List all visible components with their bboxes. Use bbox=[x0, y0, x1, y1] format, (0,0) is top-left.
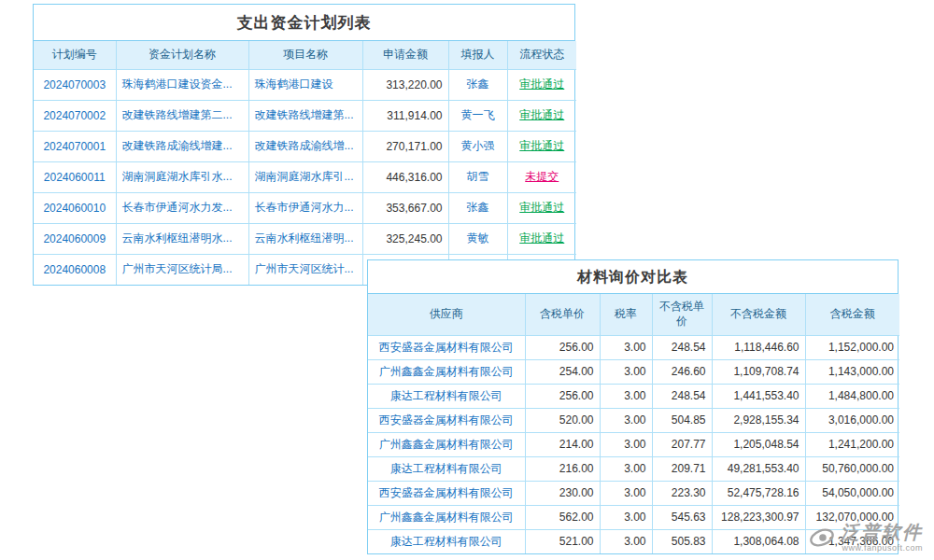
material-inquiry-table-title: 材料询价对比表 bbox=[368, 260, 898, 294]
supplier-cell[interactable]: 康达工程材料有限公司 bbox=[368, 456, 525, 481]
untaxed-unit-price-cell: 223.30 bbox=[652, 481, 712, 505]
supplier-cell[interactable]: 西安盛器金属材料有限公司 bbox=[368, 408, 525, 432]
workflow-status-cell[interactable]: 审批通过 bbox=[507, 100, 576, 131]
column-header: 计划编号 bbox=[34, 41, 116, 69]
supplier-cell[interactable]: 西安盛器金属材料有限公司 bbox=[368, 481, 525, 505]
table-row: 西安盛器金属材料有限公司520.003.00504.852,928,155.34… bbox=[368, 408, 899, 432]
plan-id-cell[interactable]: 2024060008 bbox=[34, 254, 116, 285]
untaxed-unit-price-cell: 246.60 bbox=[652, 359, 712, 384]
fund-plan-name-cell[interactable]: 改建铁路线增建第二... bbox=[116, 100, 248, 131]
watermark-brand: 泛普软件 bbox=[841, 522, 923, 542]
untaxed-amount-cell: 49,281,553.40 bbox=[712, 456, 805, 481]
taxed-unit-price-cell: 214.00 bbox=[525, 432, 600, 456]
reporter-cell[interactable]: 张鑫 bbox=[448, 69, 507, 100]
reporter-cell[interactable]: 黄敏 bbox=[448, 223, 507, 254]
supplier-cell[interactable]: 康达工程材料有限公司 bbox=[368, 384, 525, 408]
workflow-status-cell[interactable]: 审批通过 bbox=[507, 131, 576, 161]
taxed-unit-price-cell: 521.00 bbox=[525, 529, 600, 553]
project-name-cell[interactable]: 广州市天河区统计... bbox=[248, 254, 362, 285]
taxed-amount-cell: 54,050,000.00 bbox=[805, 481, 899, 505]
table-row: 西安盛器金属材料有限公司256.003.00248.541,118,446.60… bbox=[368, 335, 899, 359]
table-row: 康达工程材料有限公司256.003.00248.541,441,553.401,… bbox=[368, 384, 899, 408]
watermark-url: www.fanpusoft.com bbox=[842, 543, 923, 553]
table-row: 广州鑫鑫金属材料有限公司214.003.00207.771,205,048.54… bbox=[368, 432, 899, 456]
supplier-cell[interactable]: 广州鑫鑫金属材料有限公司 bbox=[368, 432, 525, 456]
taxed-unit-price-cell: 520.00 bbox=[525, 408, 600, 432]
project-name-cell[interactable]: 改建铁路成渝线增... bbox=[248, 131, 362, 161]
untaxed-amount-cell: 1,308,064.08 bbox=[712, 529, 805, 553]
reporter-cell[interactable]: 张鑫 bbox=[448, 192, 507, 223]
taxed-unit-price-cell: 254.00 bbox=[525, 359, 600, 384]
column-header: 申请金额 bbox=[362, 41, 448, 69]
tax-rate-cell: 3.00 bbox=[600, 359, 652, 384]
plan-id-cell[interactable]: 2024070002 bbox=[34, 100, 116, 131]
column-header: 填报人 bbox=[448, 41, 507, 69]
reporter-cell[interactable]: 黄小强 bbox=[448, 131, 507, 161]
material-inquiry-table: 供应商含税单价税率不含税单价不含税金额含税金额 西安盛器金属材料有限公司256.… bbox=[368, 294, 899, 553]
tax-rate-cell: 3.00 bbox=[600, 432, 652, 456]
table-row: 2024070001改建铁路成渝线增建...改建铁路成渝线增...270,171… bbox=[34, 131, 576, 161]
fund-plan-name-cell[interactable]: 改建铁路成渝线增建... bbox=[116, 131, 248, 161]
supplier-cell[interactable]: 西安盛器金属材料有限公司 bbox=[368, 335, 525, 359]
tax-rate-cell: 3.00 bbox=[600, 384, 652, 408]
project-name-cell[interactable]: 云南水利枢纽潜明... bbox=[248, 223, 362, 254]
tax-rate-cell: 3.00 bbox=[600, 335, 652, 359]
request-amount-cell: 313,220.00 bbox=[362, 69, 448, 100]
fund-plan-name-cell[interactable]: 长春市伊通河水力发... bbox=[116, 192, 248, 223]
page-canvas: 支出资金计划列表 计划编号资金计划名称项目名称申请金额填报人流程状态 20240… bbox=[0, 0, 934, 560]
untaxed-unit-price-cell: 248.54 bbox=[652, 384, 712, 408]
table-row: 西安盛器金属材料有限公司230.003.00223.3052,475,728.1… bbox=[368, 481, 899, 505]
request-amount-cell: 270,171.00 bbox=[362, 131, 448, 161]
fund-plan-name-cell[interactable]: 珠海鹤港口建设资金... bbox=[116, 69, 248, 100]
tax-rate-cell: 3.00 bbox=[600, 408, 652, 432]
workflow-status-cell[interactable]: 审批通过 bbox=[507, 223, 576, 254]
untaxed-unit-price-cell: 504.85 bbox=[652, 408, 712, 432]
supplier-cell[interactable]: 广州鑫鑫金属材料有限公司 bbox=[368, 505, 525, 529]
taxed-unit-price-cell: 256.00 bbox=[525, 335, 600, 359]
fund-plan-name-cell[interactable]: 云南水利枢纽潜明水... bbox=[116, 223, 248, 254]
taxed-amount-cell: 1,143,000.00 bbox=[805, 359, 899, 384]
untaxed-unit-price-cell: 248.54 bbox=[652, 335, 712, 359]
plan-id-cell[interactable]: 2024060011 bbox=[34, 161, 116, 192]
table-row: 广州鑫鑫金属材料有限公司254.003.00246.601,109,708.74… bbox=[368, 359, 899, 384]
fund-plan-header-row: 计划编号资金计划名称项目名称申请金额填报人流程状态 bbox=[34, 41, 576, 69]
project-name-cell[interactable]: 长春市伊通河水力... bbox=[248, 192, 362, 223]
reporter-cell[interactable]: 黄一飞 bbox=[448, 100, 507, 131]
taxed-amount-cell: 1,484,800.00 bbox=[805, 384, 899, 408]
workflow-status-cell[interactable]: 审批通过 bbox=[507, 192, 576, 223]
plan-id-cell[interactable]: 2024070003 bbox=[34, 69, 116, 100]
fund-plan-name-cell[interactable]: 广州市天河区统计局... bbox=[116, 254, 248, 285]
taxed-unit-price-cell: 216.00 bbox=[525, 456, 600, 481]
tax-rate-cell: 3.00 bbox=[600, 481, 652, 505]
column-header: 流程状态 bbox=[507, 41, 576, 69]
reporter-cell[interactable]: 胡雪 bbox=[448, 161, 507, 192]
column-header: 含税单价 bbox=[525, 294, 600, 335]
plan-id-cell[interactable]: 2024070001 bbox=[34, 131, 116, 161]
project-name-cell[interactable]: 湖南洞庭湖水库引... bbox=[248, 161, 362, 192]
untaxed-unit-price-cell: 545.63 bbox=[652, 505, 712, 529]
material-inquiry-table-panel: 材料询价对比表 供应商含税单价税率不含税单价不含税金额含税金额 西安盛器金属材料… bbox=[367, 259, 899, 554]
column-header: 不含税单价 bbox=[652, 294, 712, 335]
untaxed-amount-cell: 2,928,155.34 bbox=[712, 408, 805, 432]
fanpu-watermark: 泛普软件 www.fanpusoft.com bbox=[808, 522, 923, 553]
table-row: 2024060009云南水利枢纽潜明水...云南水利枢纽潜明...325,245… bbox=[34, 223, 576, 254]
workflow-status-cell[interactable]: 未提交 bbox=[507, 161, 576, 192]
plan-id-cell[interactable]: 2024060009 bbox=[34, 223, 116, 254]
project-name-cell[interactable]: 珠海鹤港口建设 bbox=[248, 69, 362, 100]
workflow-status-cell[interactable]: 审批通过 bbox=[507, 69, 576, 100]
table-row: 2024060011湖南洞庭湖水库引水...湖南洞庭湖水库引...446,316… bbox=[34, 161, 576, 192]
column-header: 供应商 bbox=[368, 294, 525, 335]
column-header: 含税金额 bbox=[805, 294, 899, 335]
fund-plan-name-cell[interactable]: 湖南洞庭湖水库引水... bbox=[116, 161, 248, 192]
supplier-cell[interactable]: 康达工程材料有限公司 bbox=[368, 529, 525, 553]
table-row: 2024070002改建铁路线增建第二...改建铁路线增建第...311,914… bbox=[34, 100, 576, 131]
project-name-cell[interactable]: 改建铁路线增建第... bbox=[248, 100, 362, 131]
supplier-cell[interactable]: 广州鑫鑫金属材料有限公司 bbox=[368, 359, 525, 384]
taxed-amount-cell: 50,760,000.00 bbox=[805, 456, 899, 481]
untaxed-amount-cell: 128,223,300.97 bbox=[712, 505, 805, 529]
material-inquiry-header-row: 供应商含税单价税率不含税单价不含税金额含税金额 bbox=[368, 294, 899, 335]
request-amount-cell: 325,245.00 bbox=[362, 223, 448, 254]
plan-id-cell[interactable]: 2024060010 bbox=[34, 192, 116, 223]
column-header: 资金计划名称 bbox=[116, 41, 248, 69]
tax-rate-cell: 3.00 bbox=[600, 529, 652, 553]
